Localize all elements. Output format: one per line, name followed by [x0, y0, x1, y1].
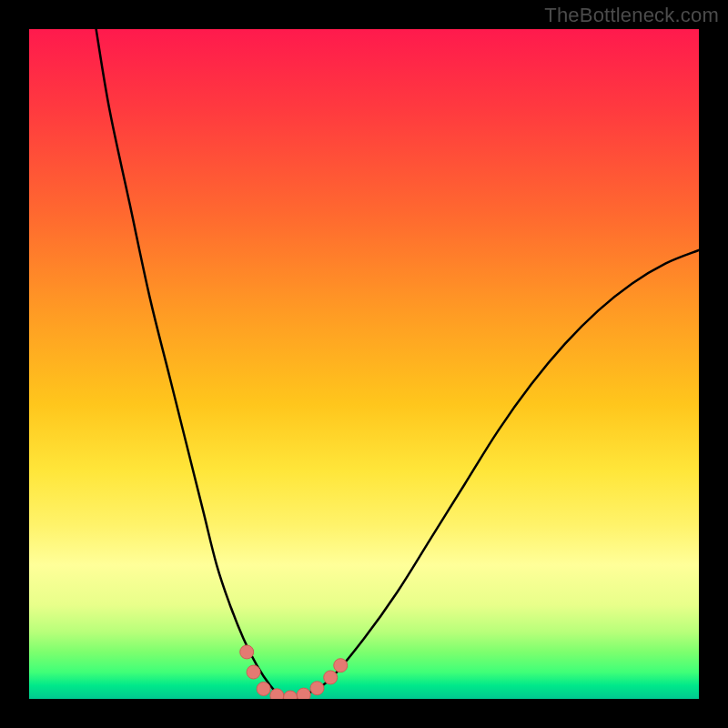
curve-marker [310, 682, 324, 695]
chart-frame: TheBottleneck.com [0, 0, 728, 728]
curve-marker [334, 659, 348, 672]
watermark-text: TheBottleneck.com [544, 4, 719, 27]
curve-marker [240, 645, 254, 659]
curve-marker [284, 691, 298, 699]
curve-marker [270, 689, 284, 699]
curve-marker [257, 682, 270, 695]
plot-area [29, 29, 699, 699]
curve-markers [240, 645, 348, 699]
bottleneck-curve-svg [29, 29, 699, 699]
curve-marker [247, 665, 260, 679]
curve-marker [324, 671, 338, 684]
curve-marker [297, 688, 310, 699]
bottleneck-curve-line [96, 29, 699, 699]
